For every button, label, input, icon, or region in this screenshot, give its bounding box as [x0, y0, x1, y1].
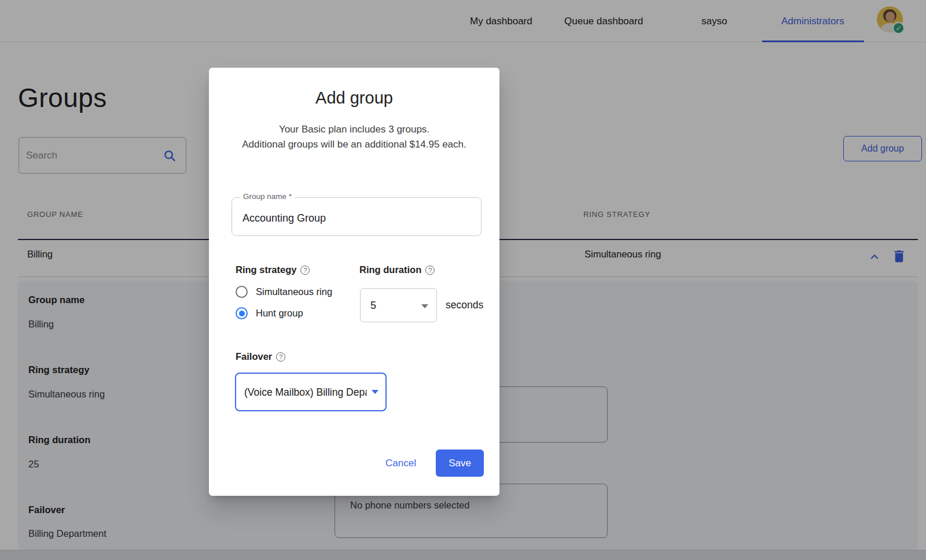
- save-button[interactable]: Save: [436, 450, 484, 477]
- group-name-input[interactable]: [232, 198, 481, 235]
- radio-simultaneous-ring[interactable]: Simultaneous ring: [236, 286, 332, 298]
- group-name-field: Group name *: [232, 197, 482, 236]
- failover-label: Failover ?: [236, 351, 285, 362]
- ring-strategy-label-text: Ring strategy: [236, 264, 296, 275]
- dropdown-caret-icon: [421, 304, 428, 308]
- add-group-modal: Add group Your Basic plan includes 3 gro…: [209, 68, 499, 496]
- radio-circle-unselected[interactable]: [236, 286, 248, 298]
- ring-duration-value: 5: [370, 289, 376, 323]
- failover-label-text: Failover: [236, 351, 272, 362]
- cancel-button[interactable]: Cancel: [385, 458, 416, 469]
- failover-select[interactable]: (Voice Mailbox) Billing Depa: [235, 373, 387, 411]
- app-window: My dashboard Queue dashboard sayso Admin…: [0, 0, 926, 560]
- modal-subtitle-line2: Additional groups will be an additional …: [209, 137, 499, 152]
- ring-duration-select[interactable]: 5: [360, 288, 437, 322]
- modal-subtitle-line1: Your Basic plan includes 3 groups.: [209, 122, 499, 137]
- modal-subtitle: Your Basic plan includes 3 groups. Addit…: [209, 122, 499, 152]
- radio-hunt-group[interactable]: Hunt group: [236, 307, 303, 319]
- radio-label-simultaneous-ring[interactable]: Simultaneous ring: [256, 286, 332, 297]
- failover-help-icon[interactable]: ?: [276, 352, 285, 362]
- radio-circle-selected[interactable]: [236, 307, 248, 319]
- modal-title: Add group: [209, 89, 499, 108]
- ring-strategy-label: Ring strategy ?: [236, 264, 310, 275]
- radio-label-hunt-group[interactable]: Hunt group: [256, 308, 303, 319]
- ring-duration-help-icon[interactable]: ?: [425, 266, 435, 275]
- ring-duration-unit: seconds: [446, 288, 483, 322]
- ring-strategy-help-icon[interactable]: ?: [300, 266, 310, 275]
- modal-actions: Cancel Save: [385, 450, 484, 477]
- ring-duration-label-text: Ring duration: [359, 264, 421, 275]
- dropdown-caret-icon: [372, 390, 379, 394]
- failover-value: (Voice Mailbox) Billing Depa: [244, 374, 367, 411]
- ring-duration-label: Ring duration ?: [359, 264, 435, 275]
